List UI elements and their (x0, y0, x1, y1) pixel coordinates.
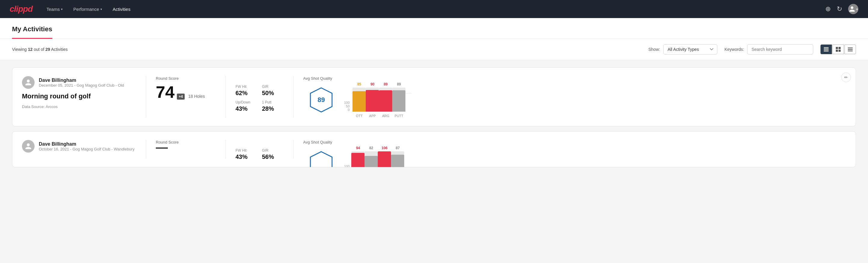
card-left: Dave Billingham October 16, 2021 - Gog M… (22, 140, 136, 156)
chart-bar-outer (379, 88, 392, 112)
chart-bar-outer (352, 88, 366, 112)
avatar[interactable]: ▾ (848, 4, 858, 14)
nav-item-performance[interactable]: Performance ▾ (69, 4, 106, 14)
avg-shot-quality-section: Avg Shot Quality 89 (303, 76, 339, 113)
chart-bar-inner (365, 156, 378, 167)
divider (225, 76, 226, 118)
svg-rect-5 (839, 47, 841, 49)
activity-type-select[interactable]: All Activity Types Round Practice (663, 44, 717, 55)
chart-bar-label: ARG (382, 114, 389, 118)
round-score-label: Round Score (156, 76, 216, 81)
keywords-label: Keywords: (724, 47, 744, 52)
data-source: Data Source: Arccos (22, 105, 136, 109)
avatar (22, 76, 35, 89)
gir-label: GIR (262, 85, 284, 89)
fw-hit-stat: FW Hit 62% (236, 85, 257, 96)
chart-bar-putt: 89 PUTT (392, 82, 405, 118)
round-score-section: Round Score 74 +4 18 Holes (156, 76, 216, 102)
gir-value: 56% (262, 153, 284, 160)
divider (225, 140, 226, 158)
chart-bar-outer (391, 151, 404, 167)
chart-bar-value: 106 (381, 146, 388, 150)
chart-y-labels: 100 50 0 (344, 101, 349, 118)
chart-bar-app: 90 APP (366, 82, 379, 118)
updown-value: 43% (236, 105, 257, 112)
chart-bar-value: 94 (356, 146, 360, 150)
svg-rect-3 (824, 51, 829, 52)
fw-hit-stat: FW Hit 43% (236, 148, 257, 160)
avatar (22, 140, 35, 152)
score-placeholder (156, 147, 168, 149)
divider (293, 76, 293, 118)
svg-rect-10 (848, 51, 852, 52)
user-date: October 16, 2021 - Gog Magog Golf Club -… (39, 147, 134, 151)
stats-section: FW Hit 62% GIR 50% Up/Down 43% 1 Putt 28… (236, 76, 284, 112)
chart-bar-ott: 94 OTT (351, 146, 365, 167)
svg-rect-8 (848, 48, 852, 49)
grid-view-button[interactable] (833, 45, 844, 54)
search-input[interactable] (747, 44, 813, 55)
list-wide-view-button[interactable] (844, 45, 856, 54)
chart-bar-ott: 85 OTT (352, 82, 366, 118)
user-name: Dave Billingham (39, 141, 134, 147)
chevron-down-icon: ▾ (61, 7, 63, 11)
oneputt-label: 1 Putt (262, 100, 284, 105)
round-score-label: Round Score (156, 140, 216, 144)
chart-bar-inner (366, 90, 379, 112)
oneputt-value: 28% (262, 105, 284, 112)
user-name: Dave Billingham (39, 78, 124, 83)
score-badge: +4 (177, 94, 185, 99)
chart-bar-value: 85 (357, 82, 361, 86)
divider (146, 140, 146, 158)
fw-hit-label: FW Hit (236, 85, 257, 89)
chart-bar-app: 82 APP (365, 146, 378, 167)
round-score-section: Round Score (156, 140, 216, 152)
viewing-count: 12 (28, 47, 33, 52)
hexagon-value: 89 (318, 96, 325, 104)
chart-bar-value: 87 (396, 146, 400, 150)
svg-rect-2 (824, 50, 829, 50)
chart-bar-outer (378, 151, 391, 167)
svg-rect-7 (839, 50, 841, 52)
chart-bar-label: APP (369, 114, 376, 118)
nav-item-teams[interactable]: Teams ▾ (42, 4, 66, 14)
oneputt-stat: 1 Putt 28% (262, 100, 284, 112)
chart-bar-inner (378, 151, 391, 167)
avg-shot-quality-section: Avg Shot Quality (303, 140, 339, 167)
chart-bar-value: 82 (369, 146, 373, 150)
viewing-total: 29 (45, 47, 50, 52)
chart-bar-inner (379, 90, 392, 112)
refresh-button[interactable]: ↻ (837, 5, 842, 13)
divider (146, 76, 146, 118)
chart-bar-outer (366, 88, 379, 112)
keywords-group: Keywords: (724, 44, 813, 55)
chevron-down-icon: ▾ (100, 7, 102, 11)
nav-item-activities[interactable]: Activities (108, 4, 135, 14)
add-button[interactable]: ⊕ (825, 5, 831, 13)
gir-stat: GIR 50% (262, 85, 284, 96)
activity-card: Dave Billingham October 16, 2021 - Gog M… (12, 131, 856, 167)
chart-bar-outer (365, 151, 378, 167)
chart-bar-inner (391, 155, 404, 167)
chevron-down-icon: ▾ (856, 7, 858, 11)
score-display (156, 147, 216, 150)
svg-marker-12 (310, 152, 332, 167)
activity-title: Morning round of golf (22, 92, 136, 100)
nav-items: Teams ▾ Performance ▾ Activities (42, 4, 816, 14)
svg-rect-1 (824, 49, 829, 49)
card-user-row: Dave Billingham December 05, 2021 - Gog … (22, 76, 136, 89)
nav-right: ⊕ ↻ ▾ (825, 4, 858, 14)
chart-bar-outer (351, 151, 365, 167)
divider (293, 140, 293, 158)
list-dense-view-button[interactable] (820, 45, 832, 54)
chart-section: 100 50 0 94 OTT 82 APP (339, 140, 846, 167)
svg-rect-4 (836, 47, 838, 49)
edit-button[interactable]: ✏ (841, 72, 851, 82)
gir-value: 50% (262, 90, 284, 96)
hexagon: 89 (309, 87, 333, 113)
page-title: My Activities (12, 18, 52, 39)
chart-section: 100 50 0 85 OTT 90 (339, 76, 846, 118)
chart-bar-inner (352, 91, 366, 112)
chart-bar-label: OTT (356, 114, 363, 118)
fw-hit-value: 62% (236, 90, 257, 96)
